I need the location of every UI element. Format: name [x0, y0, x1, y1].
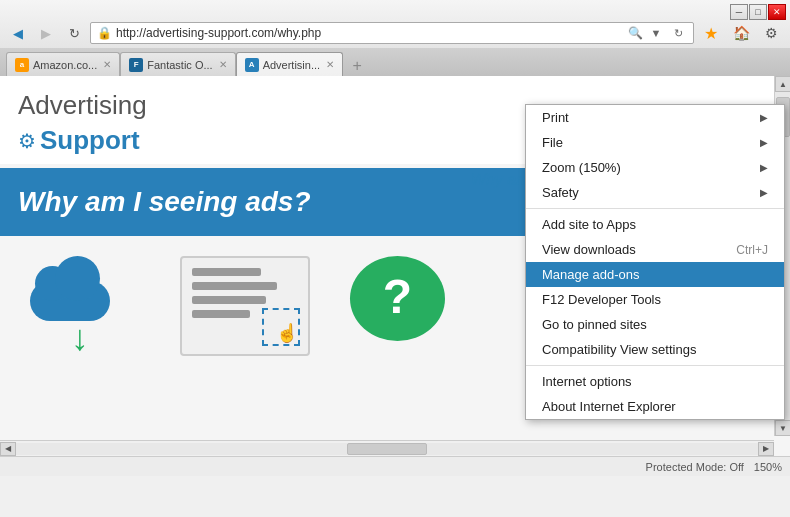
tab-fantastic-favicon: F [129, 58, 143, 72]
menu-item-pinned-sites[interactable]: Go to pinned sites [526, 312, 784, 337]
context-menu: Print ▶ File ▶ Zoom (150%) ▶ Safety ▶ Ad… [525, 104, 785, 420]
menu-item-internet-options[interactable]: Internet options [526, 369, 784, 394]
home-icon[interactable]: 🏠 [728, 22, 754, 44]
address-text: http://advertising-support.com/why.php [116, 26, 624, 40]
close-button[interactable]: ✕ [768, 4, 786, 20]
menu-item-manage-addons-label: Manage add-ons [542, 267, 768, 282]
cloud-download-icon: ↓ [20, 256, 140, 356]
menu-item-manage-addons[interactable]: Manage add-ons [526, 262, 784, 287]
menu-item-view-downloads-label: View downloads [542, 242, 736, 257]
menu-item-file-label: File [542, 135, 760, 150]
scroll-down-btn[interactable]: ▼ [775, 420, 790, 436]
forward-button[interactable]: ▶ [34, 22, 58, 44]
minimize-button[interactable]: ─ [730, 4, 748, 20]
nav-bar: ◀ ▶ ↻ 🔒 http://advertising-support.com/w… [0, 0, 790, 48]
address-search-icon: 🔍 [628, 26, 643, 40]
maximize-button[interactable]: □ [749, 4, 767, 20]
menu-item-print-label: Print [542, 110, 760, 125]
menu-item-safety[interactable]: Safety ▶ [526, 180, 784, 205]
menu-arrow-print: ▶ [760, 112, 768, 123]
menu-item-view-downloads[interactable]: View downloads Ctrl+J [526, 237, 784, 262]
menu-item-compat-view[interactable]: Compatibility View settings [526, 337, 784, 362]
menu-arrow-zoom: ▶ [760, 162, 768, 173]
logo-advertising: Advertising [18, 90, 147, 121]
tab-amazon-label: Amazon.co... [33, 59, 97, 71]
favorites-icon[interactable]: ★ [698, 22, 724, 44]
refresh-button[interactable]: ↻ [62, 22, 86, 44]
address-bar[interactable]: 🔒 http://advertising-support.com/why.php… [90, 22, 694, 44]
tab-fantastic-label: Fantastic O... [147, 59, 212, 71]
scroll-right-btn[interactable]: ▶ [758, 442, 774, 456]
chat-bubble-icon: ? [350, 256, 445, 341]
menu-separator-1 [526, 208, 784, 209]
menu-item-about-ie-label: About Internet Explorer [542, 399, 768, 414]
scroll-thumb-h[interactable] [347, 443, 427, 455]
tab-advertising-close[interactable]: ✕ [326, 59, 334, 70]
menu-item-compat-view-label: Compatibility View settings [542, 342, 768, 357]
menu-item-add-site-label: Add site to Apps [542, 217, 768, 232]
page-content: Advertising ⚙ Support Why am I seeing Wh… [0, 76, 790, 456]
tab-advertising[interactable]: A Advertisin... ✕ [236, 52, 343, 76]
tab-amazon-favicon: a [15, 58, 29, 72]
scroll-up-btn[interactable]: ▲ [775, 76, 790, 92]
settings-icon[interactable]: ⚙ [758, 22, 784, 44]
address-refresh-btn[interactable]: ↻ [669, 24, 687, 42]
tab-advertising-favicon: A [245, 58, 259, 72]
address-dropdown-btn[interactable]: ▼ [647, 24, 665, 42]
status-right: Protected Mode: Off 150% [646, 461, 782, 473]
tab-amazon-close[interactable]: ✕ [103, 59, 111, 70]
menu-arrow-safety: ▶ [760, 187, 768, 198]
scroll-left-btn[interactable]: ◀ [0, 442, 16, 456]
menu-item-about-ie[interactable]: About Internet Explorer [526, 394, 784, 419]
horizontal-scrollbar[interactable]: ◀ ▶ [0, 440, 774, 456]
menu-item-internet-options-label: Internet options [542, 374, 768, 389]
menu-shortcut-view-downloads: Ctrl+J [736, 243, 768, 257]
menu-item-f12-label: F12 Developer Tools [542, 292, 768, 307]
tab-fantastic[interactable]: F Fantastic O... ✕ [120, 52, 235, 76]
document-icon: ☝ [180, 256, 310, 356]
menu-item-pinned-sites-label: Go to pinned sites [542, 317, 768, 332]
logo-support: Support [40, 125, 140, 156]
menu-item-file[interactable]: File ▶ [526, 130, 784, 155]
menu-item-zoom-label: Zoom (150%) [542, 160, 760, 175]
window-controls: ─ □ ✕ [730, 0, 790, 20]
menu-item-zoom[interactable]: Zoom (150%) ▶ [526, 155, 784, 180]
new-tab-button[interactable]: + [347, 56, 367, 76]
menu-item-add-site[interactable]: Add site to Apps [526, 212, 784, 237]
tab-amazon[interactable]: a Amazon.co... ✕ [6, 52, 120, 76]
address-favicon: 🔒 [97, 26, 112, 40]
protected-mode-label: Protected Mode: Off [646, 461, 744, 473]
menu-item-f12[interactable]: F12 Developer Tools [526, 287, 784, 312]
tab-advertising-label: Advertisin... [263, 59, 320, 71]
back-button[interactable]: ◀ [6, 22, 30, 44]
status-bar: Protected Mode: Off 150% [0, 456, 790, 476]
banner-text: Why am I seeing ads? [18, 186, 311, 217]
menu-separator-2 [526, 365, 784, 366]
tab-fantastic-close[interactable]: ✕ [219, 59, 227, 70]
menu-arrow-file: ▶ [760, 137, 768, 148]
menu-item-safety-label: Safety [542, 185, 760, 200]
logo-gear-icon: ⚙ [18, 129, 36, 153]
menu-item-print[interactable]: Print ▶ [526, 105, 784, 130]
scroll-track-h[interactable] [16, 443, 758, 455]
tabs-bar: a Amazon.co... ✕ F Fantastic O... ✕ A Ad… [0, 48, 790, 76]
zoom-level-label[interactable]: 150% [754, 461, 782, 473]
